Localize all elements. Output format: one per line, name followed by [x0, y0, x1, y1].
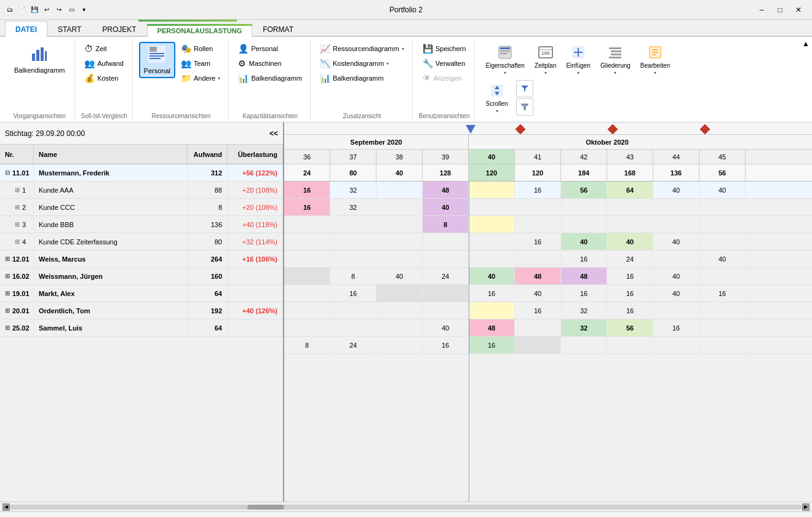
tab-personalauslastung[interactable]: PERSONALAUSLASTUNG	[147, 24, 253, 37]
aufwand-cell: 8	[188, 199, 228, 215]
einfuegen-button[interactable]: Einfügen ▾	[562, 42, 594, 79]
eigenschaften-button[interactable]: Eigenschaften ▾	[481, 42, 528, 79]
grid-row-2: 8	[284, 216, 812, 233]
table-row: ⊟ 11.01 Mustermann, Frederik 312 +56 (12…	[0, 164, 283, 182]
andere-button[interactable]: 📁 Andere ▾	[178, 71, 223, 85]
table-row: ⊞ 20.01 Ordentlich, Tom 192 +40 (126%)	[0, 302, 283, 319]
expand-icon[interactable]: ⊞	[5, 255, 10, 262]
tab-pa-wrapper: PERSONALAUSLASTUNG	[147, 24, 253, 36]
filter2-button[interactable]	[516, 98, 533, 116]
week-41: 41	[515, 150, 561, 164]
scroll-thumb[interactable]	[247, 505, 284, 510]
bearbeiten-button[interactable]: Bearbeiten ▾	[636, 42, 674, 79]
balkendiagramm-kap-button[interactable]: 📊 Balkendiagramm	[235, 71, 305, 85]
grid-body: 16 32 48 16 56 64 40 40 16 32 40	[284, 182, 812, 502]
aufwand-button[interactable]: 👥 Aufwand	[81, 57, 127, 70]
nr-cell: ⊞ 3	[0, 216, 34, 233]
week-39: 39	[423, 150, 469, 164]
cell-1201-40: 40	[469, 268, 515, 284]
customize-icon[interactable]: ▾	[79, 5, 89, 15]
redo-icon[interactable]: ↪	[54, 5, 64, 15]
ressourcen-small-buttons: 🎭 Rollen 👥 Team 📁 Andere ▾	[178, 42, 223, 85]
grid-row-2502: 8 24 16 16	[284, 337, 812, 354]
cell-1901-40	[469, 302, 515, 319]
sum-43: 168	[607, 164, 653, 181]
scrollen-button[interactable]: Scrollen ▾	[481, 80, 512, 117]
kosten-button[interactable]: 💰 Kosten	[81, 71, 127, 85]
svg-rect-5	[149, 47, 157, 52]
ueberlastung-cell	[228, 268, 283, 284]
cell-2502-38	[376, 337, 423, 353]
expand-icon[interactable]: ⊞	[5, 273, 10, 279]
ribbon-group-tools: Eigenschaften ▾ 100 Zeitplan ▾	[476, 39, 707, 122]
cell-1602-41: 40	[515, 285, 561, 302]
ribbon-group-sollist: ⏱ Zeit 👥 Aufwand 💰 Kosten Soll-Ist-Vergl…	[76, 39, 133, 122]
verwalten-button[interactable]: 🔧 Verwalten	[420, 57, 469, 70]
cell-1901-44	[653, 302, 699, 319]
undo-icon[interactable]: ↩	[42, 5, 52, 15]
bearbeiten-arrow: ▾	[654, 70, 656, 76]
gliederung-button[interactable]: Gliederung ▾	[596, 42, 635, 79]
maximize-button[interactable]: □	[771, 4, 789, 16]
table-body: ⊟ 11.01 Mustermann, Frederik 312 +56 (12…	[0, 164, 283, 502]
svg-rect-20	[611, 50, 621, 52]
col-nr: Nr.	[0, 145, 34, 164]
cell-1201-37: 8	[330, 268, 376, 284]
expand-icon[interactable]: ⊞	[15, 221, 20, 228]
aufwand-cell: 160	[188, 268, 228, 284]
team-button[interactable]: 👥 Team	[178, 57, 223, 70]
scrollbar-area[interactable]: ◀ ▶	[0, 502, 812, 511]
expand-icon[interactable]: ⊞	[15, 238, 20, 245]
filter1-button[interactable]	[516, 80, 533, 97]
cell-1101-39: 48	[423, 182, 469, 198]
expand-icon[interactable]: ⊞	[15, 186, 20, 193]
cell-2-40	[469, 216, 515, 233]
col-aufwand: Aufwand	[188, 145, 228, 164]
kostendiagramm-button[interactable]: 📉 Kostendiagramm ▾	[317, 57, 407, 70]
cell-1201-45	[699, 268, 746, 284]
personal-res-button[interactable]: Personal	[139, 42, 175, 78]
expand-icon[interactable]: ⊞	[5, 290, 10, 297]
scroll-left-button[interactable]: ◀	[2, 503, 10, 511]
stichtag-nav[interactable]: <<	[269, 129, 278, 138]
marker-diamond-2	[609, 126, 616, 133]
gliederung-arrow: ▾	[614, 70, 616, 76]
cell-1602-40: 16	[469, 285, 515, 302]
balkendiagramm-zusatz-button[interactable]: 📊 Balkendiagramm	[317, 71, 407, 85]
anzeigen-button[interactable]: 👁 Anzeigen	[420, 71, 469, 85]
maschinen-button[interactable]: ⚙ Maschinen	[235, 57, 305, 70]
scroll-right-button[interactable]: ▶	[802, 503, 810, 511]
expand-icon[interactable]: ⊞	[15, 204, 20, 210]
cell-2502-36: 8	[284, 337, 330, 353]
cell-2001-44: 16	[653, 319, 699, 336]
tab-format[interactable]: FORMAT	[252, 21, 304, 37]
speichern-button[interactable]: 💾 Speichern	[420, 42, 469, 55]
tab-projekt[interactable]: PROJEKT	[92, 21, 146, 37]
close-button[interactable]: ✕	[790, 4, 807, 16]
table-row: ⊞ 2 Kunde CCC 8 +20 (108%)	[0, 199, 283, 216]
rollen-button[interactable]: 🎭 Rollen	[178, 42, 223, 55]
grid-row-3: 16 40 40 40	[284, 233, 812, 250]
cell-2502-41	[515, 337, 561, 353]
ribbon-collapse-button[interactable]: ▲	[802, 39, 810, 48]
expand-icon[interactable]: ⊞	[5, 324, 10, 331]
cell-1-36: 16	[284, 199, 330, 215]
week-36: 36	[284, 150, 330, 164]
speichern-icon: 💾	[423, 44, 433, 54]
zeitplan-button[interactable]: 100 Zeitplan ▾	[530, 42, 561, 79]
personal-kap-button[interactable]: 👤 Personal	[235, 42, 305, 55]
tab-datei[interactable]: DATEI	[5, 21, 47, 37]
balkendiagramm-button[interactable]: Balkendiagramm	[10, 42, 70, 77]
sum-44: 136	[653, 164, 699, 181]
minimize-button[interactable]: –	[753, 4, 770, 16]
tab-start[interactable]: START	[47, 21, 92, 37]
zeit-button[interactable]: ⏱ Zeit	[81, 42, 127, 55]
window-icon[interactable]: ▭	[66, 5, 76, 15]
save-icon[interactable]: 💾	[30, 5, 39, 15]
name-cell: Kunde AAA	[34, 182, 188, 198]
expand-icon[interactable]: ⊟	[5, 169, 10, 176]
ressourcendiagramm-button[interactable]: 📈 Ressourcendiagramm ▾	[317, 42, 407, 55]
cell-2001-37	[330, 319, 376, 336]
new-icon[interactable]: 📄	[17, 5, 27, 15]
expand-icon[interactable]: ⊞	[5, 307, 10, 314]
